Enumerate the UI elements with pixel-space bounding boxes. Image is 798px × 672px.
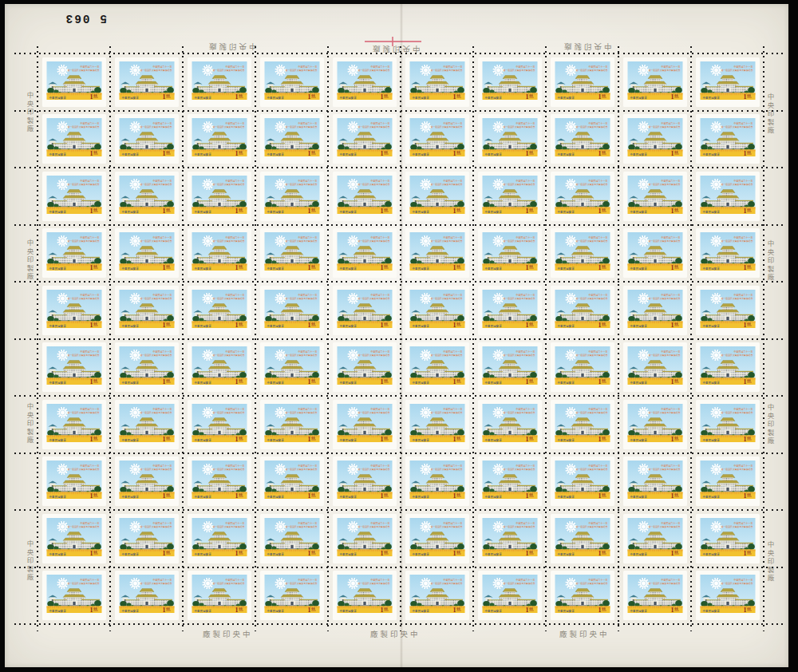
perforation-column bbox=[618, 46, 619, 631]
denomination-underline bbox=[747, 439, 752, 440]
denomination-integer: 1 bbox=[452, 93, 456, 101]
fold-crease bbox=[400, 4, 403, 667]
denomination-decimal: 00 bbox=[747, 93, 750, 97]
country-inscription: 中華民國郵票 bbox=[484, 152, 502, 156]
denomination-decimal: 00 bbox=[529, 322, 532, 326]
sky-text-line2: 第一屆國民大會第五次會議紀念 bbox=[358, 411, 389, 414]
stamp: 中華民國六十一年 第一屆國民大會第五次會議紀念 bbox=[623, 286, 687, 335]
sky-text-line2: 第一屆國民大會第五次會議紀念 bbox=[721, 125, 753, 128]
denomination-integer: 1 bbox=[235, 550, 238, 557]
denomination-underline bbox=[529, 97, 534, 97]
denomination-decimal: 00 bbox=[239, 550, 242, 554]
denomination-underline bbox=[529, 382, 534, 383]
margin-inscription-left-3: 中央印製廠 bbox=[23, 403, 34, 448]
denomination-decimal: 00 bbox=[239, 93, 242, 97]
sun-emblem-icon bbox=[493, 179, 503, 188]
sun-emblem-icon bbox=[348, 350, 358, 360]
sun-emblem-icon bbox=[57, 464, 67, 474]
denomination-integer: 1 bbox=[452, 607, 456, 614]
stamp-design-svg: 中華民國六十一年 第一屆國民大會第五次會議紀念 bbox=[623, 400, 687, 449]
perforation-column bbox=[327, 46, 329, 631]
sky-text-line2: 第一屆國民大會第五次會議紀念 bbox=[285, 183, 317, 186]
stamp-design-svg: 中華民國六十一年 第一屆國民大會第五次會議紀念 bbox=[115, 286, 179, 335]
sun-emblem-icon bbox=[421, 407, 430, 417]
sun-emblem-icon bbox=[348, 179, 358, 188]
denomination-integer: 1 bbox=[380, 436, 383, 443]
stamp-design-svg: 中華民國六十一年 第一屆國民大會第五次會議紀念 bbox=[333, 114, 397, 164]
stamp-design-svg: 中華民國六十一年 第一屆國民大會第五次會議紀念 bbox=[696, 400, 760, 449]
denomination-decimal: 00 bbox=[166, 492, 169, 496]
denomination-underline bbox=[93, 553, 98, 554]
stamp: 中華民國六十一年 第一屆國民大會第五次會議紀念 bbox=[696, 400, 760, 449]
stamp: 中華民國六十一年 第一屆國民大會第五次會議紀念 bbox=[551, 114, 614, 164]
country-inscription: 中華民國郵票 bbox=[630, 609, 647, 613]
sun-emblem-icon bbox=[711, 464, 721, 474]
denomination-underline bbox=[529, 268, 534, 269]
denomination-underline bbox=[747, 154, 752, 155]
denomination-underline bbox=[456, 211, 461, 211]
country-inscription: 中華民國郵票 bbox=[630, 95, 647, 99]
sun-emblem-icon bbox=[493, 464, 503, 474]
printer-imprint-bottom-left: 廠製印央中 bbox=[203, 630, 253, 638]
stamp: 中華民國六十一年 第一屆國民大會第五次會議紀念 bbox=[115, 514, 179, 563]
sky-text-line2: 第一屆國民大會第五次會議紀念 bbox=[721, 239, 753, 243]
denomination-integer: 1 bbox=[89, 378, 93, 385]
country-inscription: 中華民國郵票 bbox=[412, 209, 429, 213]
country-inscription: 中華民國郵票 bbox=[339, 551, 357, 555]
stamp: 中華民國六十一年 第一屆國民大會第五次會議紀念 bbox=[623, 514, 687, 563]
margin-inscription-left-2: 中央印製廠 bbox=[23, 239, 34, 284]
country-inscription: 中華民國郵票 bbox=[194, 267, 211, 271]
country-inscription: 中華民國郵票 bbox=[412, 323, 429, 327]
stamp: 中華民國六十一年 第一屆國民大會第五次會議紀念 bbox=[551, 57, 614, 107]
stamp: 中華民國六十一年 第一屆國民大會第五次會議紀念 bbox=[405, 172, 469, 221]
denomination-underline bbox=[602, 439, 606, 440]
denomination-underline bbox=[239, 325, 243, 326]
denomination-underline bbox=[456, 382, 461, 383]
stamp-design-svg: 中華民國六十一年 第一屆國民大會第五次會議紀念 bbox=[696, 286, 760, 335]
stamp: 中華民國六十一年 第一屆國民大會第五次會議紀念 bbox=[188, 114, 251, 164]
stamp: 中華民國六十一年 第一屆國民大會第五次會議紀念 bbox=[115, 286, 179, 335]
stamp-design-svg: 中華民國六十一年 第一屆國民大會第五次會議紀念 bbox=[696, 514, 760, 563]
denomination-underline bbox=[93, 439, 98, 440]
denomination-integer: 1 bbox=[380, 492, 383, 500]
sun-emblem-icon bbox=[421, 236, 430, 246]
stamp-design-svg: 中華民國六十一年 第一屆國民大會第五次會議紀念 bbox=[696, 228, 760, 278]
stamp-design-svg: 中華民國六十一年 第一屆國民大會第五次會議紀念 bbox=[188, 286, 251, 335]
stamp: 中華民國六十一年 第一屆國民大會第五次會議紀念 bbox=[478, 571, 542, 620]
country-inscription: 中華民國郵票 bbox=[484, 209, 502, 213]
denomination-integer: 1 bbox=[307, 93, 310, 101]
stamp: 中華民國六十一年 第一屆國民大會第五次會議紀念 bbox=[478, 57, 542, 107]
denomination-integer: 1 bbox=[452, 208, 456, 215]
sun-emblem-icon bbox=[57, 521, 67, 531]
stamp: 中華民國六十一年 第一屆國民大會第五次會議紀念 bbox=[551, 342, 614, 392]
sky-text-line2: 第一屆國民大會第五次會議紀念 bbox=[285, 582, 317, 585]
denomination-integer: 1 bbox=[162, 208, 165, 215]
denomination-decimal: 00 bbox=[529, 436, 532, 440]
sky-text-line2: 第一屆國民大會第五次會議紀念 bbox=[721, 582, 753, 585]
country-inscription: 中華民國郵票 bbox=[484, 437, 502, 441]
printer-imprint-top-left: 中央印製廠 bbox=[207, 42, 257, 51]
denomination-underline bbox=[674, 154, 679, 155]
denomination-decimal: 00 bbox=[239, 322, 242, 326]
country-inscription: 中華民國郵票 bbox=[49, 209, 66, 213]
denomination-decimal: 00 bbox=[674, 322, 678, 326]
denomination-decimal: 00 bbox=[529, 607, 532, 611]
country-inscription: 中華民國郵票 bbox=[557, 267, 575, 271]
denomination-underline bbox=[166, 382, 171, 383]
denomination-integer: 1 bbox=[235, 378, 238, 385]
stamp-design-svg: 中華民國六十一年 第一屆國民大會第五次會議紀念 bbox=[623, 172, 687, 221]
denomination-integer: 1 bbox=[598, 492, 601, 500]
denomination-decimal: 00 bbox=[529, 550, 532, 554]
sun-emblem-icon bbox=[275, 407, 285, 417]
stamp: 中華民國六十一年 第一屆國民大會第五次會議紀念 bbox=[115, 342, 179, 392]
country-inscription: 中華民國郵票 bbox=[339, 437, 357, 441]
denomination-integer: 1 bbox=[743, 150, 746, 157]
denomination-integer: 1 bbox=[235, 208, 238, 215]
denomination-integer: 1 bbox=[670, 436, 674, 443]
stamp-design-svg: 中華民國六十一年 第一屆國民大會第五次會議紀念 bbox=[42, 400, 106, 449]
stamp-design-svg: 中華民國六十一年 第一屆國民大會第五次會議紀念 bbox=[696, 342, 760, 392]
stamp-design-svg: 中華民國六十一年 第一屆國民大會第五次會議紀念 bbox=[623, 57, 687, 107]
sky-text-line2: 第一屆國民大會第五次會議紀念 bbox=[140, 411, 172, 414]
stamp: 中華民國六十一年 第一屆國民大會第五次會議紀念 bbox=[405, 342, 469, 392]
stamp-design-svg: 中華民國六十一年 第一屆國民大會第五次會議紀念 bbox=[405, 514, 469, 563]
